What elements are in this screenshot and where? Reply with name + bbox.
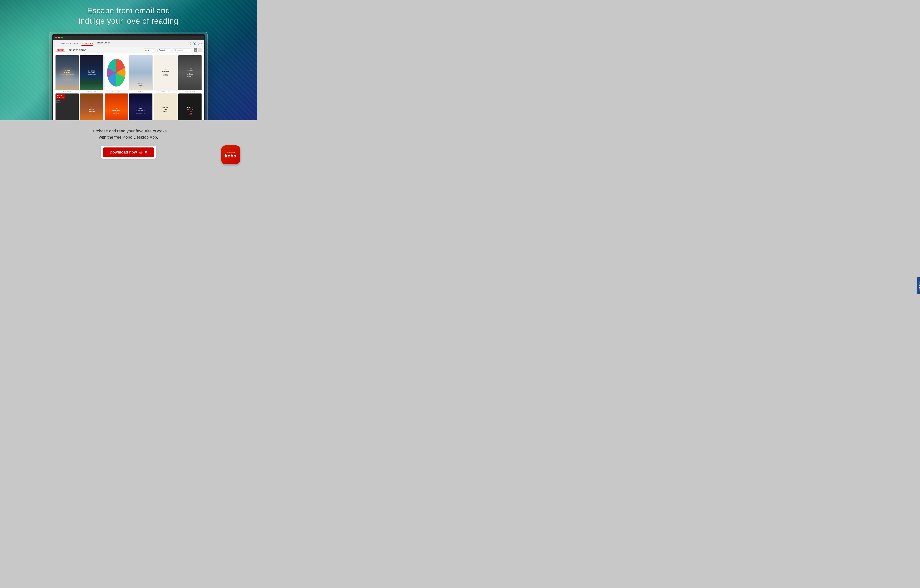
book-label-3: KOBO PLUS [112,90,120,92]
page-wrapper: Escape from email and indulge your love … [0,0,257,168]
filter-books[interactable]: BOOKS [55,48,65,52]
profile-icon[interactable]: 👤 [193,42,196,45]
filter-recent-dropdown[interactable]: Recent ▾ [157,48,170,52]
breadcrumb-title: Station Eleven [97,42,110,46]
minimize-button[interactable] [58,37,60,39]
book-item-station-eleven[interactable]: STATIONELEVEN EMILY ST. JOHN MANDEL KOBO… [55,55,79,92]
title-bar [53,36,204,40]
book-item-kristin-hannah[interactable]: KRISTINHANNAH The Nightingale KOBO EPUB [80,55,103,92]
kobo-brand: Rakuten [227,152,235,153]
bottom-section: Purchase and read your favourite eBooks … [0,120,257,168]
traffic-lights [55,37,63,39]
app-toolbar: ‹ › BROWSE KOBO MY BOOKS Station Eleven … [53,40,204,47]
toolbar-icons: ↻ 👤 ⚙ [188,42,202,45]
filter-all-dropdown[interactable]: All ▾ [144,48,155,52]
close-button[interactable] [55,37,57,39]
download-btn-label: Download now [110,150,137,154]
book-item-buried[interactable]: KAZUOISHIGURO THEBURIEDGIANT KOBO PREVIE… [178,55,202,92]
back-arrow[interactable]: ‹ [55,42,57,45]
windows-icon: ⊞ [145,150,147,154]
search-box[interactable]: 🔍 Search [173,48,191,52]
hero-title: Escape from email and indulge your love … [79,6,178,26]
download-now-button[interactable]: Download now 🍎 ⊞ [103,147,154,157]
maximize-button[interactable] [61,37,63,39]
book-label-2: KOBO EPUB [87,90,96,92]
download-button-wrapper: Download now 🍎 ⊞ [101,146,156,158]
bottom-description: Purchase and read your favourite eBooks … [91,128,167,141]
refresh-icon[interactable]: ↻ [188,42,191,45]
book-label-4: KOBO EPUB [137,90,145,92]
book-cover-station-eleven: STATIONELEVEN EMILY ST. JOHN MANDEL [55,55,79,90]
toolbar-nav: BROWSE KOBO MY BOOKS Station Eleven [62,42,110,46]
book-item-orenda[interactable]: THEORENDA JOSEPHBOYDEN KOBO EPUB [154,55,177,92]
book-label-6: KOBO PREVIEW [185,90,196,92]
grid-view-toggle[interactable]: ⊞ [194,48,198,52]
book-label-1: KOBO EPUB [63,90,71,92]
book-item-northern[interactable]: Once upon anorthernnight KOBO EPUB [129,55,152,92]
view-toggles: ⊞ ≡ [194,48,202,52]
nav-arrows: ‹ › [55,42,58,45]
kobo-name: kobo [225,153,236,158]
forward-arrow[interactable]: › [58,42,58,45]
filter-related[interactable]: RELATED READS [68,49,87,52]
filter-bar: BOOKS RELATED READS All ▾ Recent ▾ 🔍 Sea… [53,47,204,53]
book-cover-orenda: THEORENDA JOSEPHBOYDEN [154,55,177,90]
book-item-colorful[interactable]: KOBO PLUS [105,55,128,92]
book-cover-kristin-hannah: KRISTINHANNAH The Nightingale [80,55,103,90]
settings-icon[interactable]: ⚙ [198,42,202,45]
book-cover-colorful [105,55,128,90]
apple-icon: 🍎 [139,150,143,154]
nav-mybooks[interactable]: MY BOOKS [81,42,93,46]
kobo-logo: Rakuten kobo [221,145,240,164]
book-cover-northern: Once upon anorthernnight [129,55,152,90]
nav-browse[interactable]: BROWSE KOBO [62,42,78,46]
search-icon: 🔍 [174,49,177,51]
hero-section: Escape from email and indulge your love … [0,0,257,120]
book-cover-buried: KAZUOISHIGURO THEBURIEDGIANT [178,55,202,90]
list-view-toggle[interactable]: ≡ [198,48,202,52]
book-label-5: KOBO EPUB [161,90,170,92]
